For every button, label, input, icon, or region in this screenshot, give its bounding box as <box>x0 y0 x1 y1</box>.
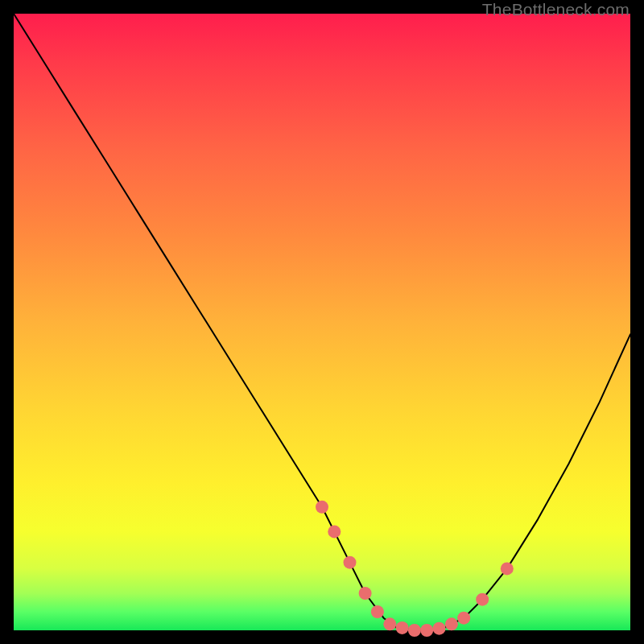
curve-layer <box>14 14 630 630</box>
highlight-marker <box>476 593 489 606</box>
highlight-marker <box>344 556 357 569</box>
highlight-marker <box>501 562 514 575</box>
marker-group <box>316 501 514 637</box>
highlight-marker <box>457 612 470 625</box>
highlight-marker <box>359 587 372 600</box>
highlight-marker <box>328 525 341 538</box>
highlight-marker <box>396 621 409 634</box>
highlight-marker <box>383 617 396 630</box>
highlight-marker <box>371 605 384 618</box>
bottleneck-curve <box>14 14 630 630</box>
highlight-marker <box>433 622 446 635</box>
highlight-marker <box>420 624 433 637</box>
highlight-marker <box>408 624 421 637</box>
attribution-text: TheBottleneck.com <box>482 0 630 19</box>
highlight-marker <box>316 501 328 514</box>
chart-container: TheBottleneck.com <box>0 0 644 644</box>
highlight-marker <box>445 617 458 630</box>
